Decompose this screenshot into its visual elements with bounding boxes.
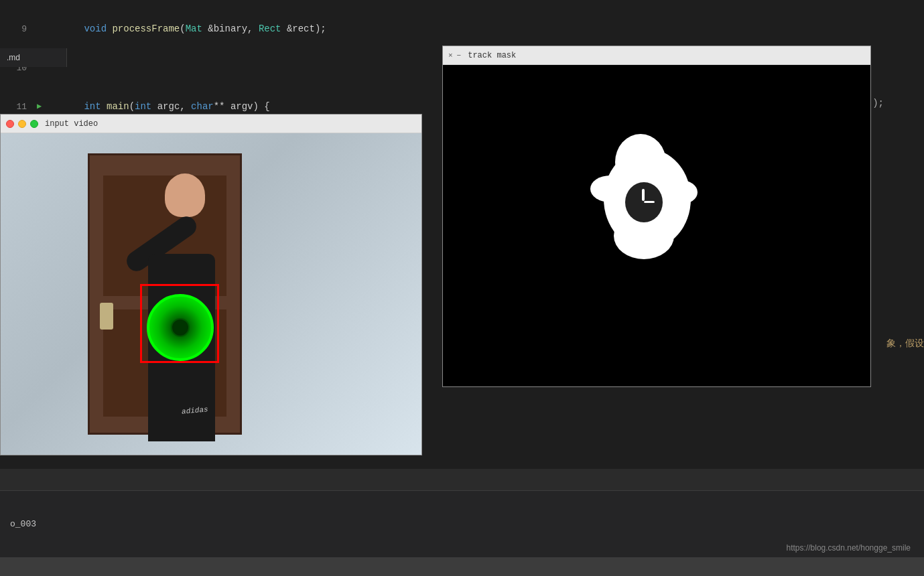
line-number-9: 9 bbox=[0, 19, 37, 39]
svg-point-6 bbox=[625, 182, 663, 222]
partial-line-top: ); bbox=[872, 94, 884, 113]
red-bounding-box bbox=[140, 284, 219, 363]
input-video-title: input video bbox=[45, 119, 98, 129]
partial-chinese2: 象，假设 bbox=[886, 334, 924, 354]
file-tab-label: .md bbox=[7, 53, 20, 62]
svg-point-4 bbox=[664, 180, 698, 204]
door-handle bbox=[100, 303, 113, 330]
input-video-window: input video bbox=[0, 114, 422, 455]
track-mask-title: track mask bbox=[468, 51, 516, 60]
close-button-input[interactable] bbox=[6, 120, 14, 128]
mask-svg bbox=[443, 65, 870, 386]
person-head bbox=[165, 173, 205, 217]
status-bar bbox=[0, 557, 924, 576]
input-video-titlebar: input video bbox=[1, 115, 421, 133]
minimize-button-mask[interactable]: − bbox=[457, 52, 462, 60]
close-button-mask[interactable]: × bbox=[448, 52, 453, 60]
mask-content bbox=[443, 65, 870, 386]
adidas-logo: adidas bbox=[182, 405, 209, 415]
svg-point-3 bbox=[590, 175, 631, 202]
minimize-button-input[interactable] bbox=[18, 120, 26, 128]
track-mask-titlebar: × − track mask bbox=[443, 46, 870, 65]
svg-rect-8 bbox=[644, 201, 655, 203]
url-text: https://blog.csdn.net/hongge_smile bbox=[787, 543, 911, 553]
file-tab[interactable]: .md bbox=[0, 48, 67, 67]
bottom-filename: o_003 bbox=[10, 519, 36, 529]
line-content-9: void processFrame(Mat &binary, Rect &rec… bbox=[50, 0, 326, 58]
svg-rect-7 bbox=[642, 189, 645, 201]
track-mask-window: × − track mask bbox=[442, 46, 871, 387]
scene-background: adidas bbox=[1, 133, 421, 455]
maximize-button-input[interactable] bbox=[30, 120, 38, 128]
input-video-content: adidas bbox=[1, 133, 421, 455]
bottom-panel: o_003 bbox=[0, 490, 924, 557]
